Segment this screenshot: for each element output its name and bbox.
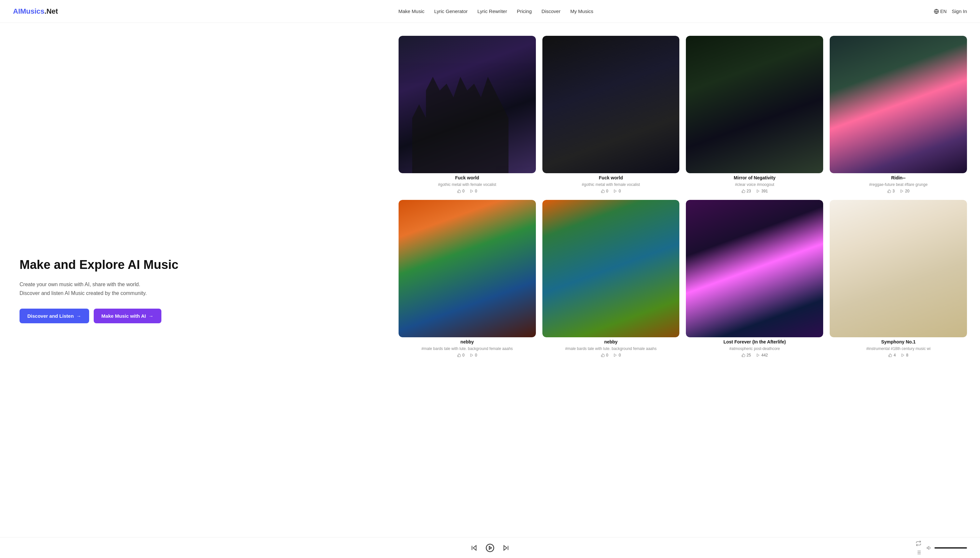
logo-colored: AIMusics — [13, 7, 44, 15]
card-likes-5: 0 — [457, 353, 465, 358]
language-button[interactable]: EN — [934, 9, 946, 14]
svg-marker-13 — [489, 546, 492, 549]
card-tags-4: #reggae-future beat #flare grunge — [829, 182, 967, 187]
skip-forward-button[interactable] — [502, 544, 509, 551]
card-tags-8: #instrumental #18th century music wi — [829, 346, 967, 351]
make-music-button[interactable]: Make Music with AI → — [94, 309, 161, 323]
sign-in-button[interactable]: Sign In — [952, 8, 967, 14]
card-plays-6: 0 — [613, 353, 621, 358]
nav-pricing[interactable]: Pricing — [517, 8, 532, 14]
volume-slider[interactable] — [934, 547, 967, 548]
nav-make-music[interactable]: Make Music — [398, 8, 424, 14]
card-tags-1: #gothic metal with female vocalist — [399, 182, 536, 187]
card-stats-1: 0 0 — [399, 189, 536, 194]
svg-marker-2 — [471, 189, 473, 192]
play-count-icon — [756, 189, 760, 193]
svg-point-12 — [486, 544, 494, 551]
card-tags-2: #gothic metal with female vocalist — [542, 182, 680, 187]
svg-marker-5 — [901, 189, 903, 192]
audio-player — [0, 537, 980, 558]
play-count-icon — [613, 189, 617, 193]
card-plays-2: 0 — [613, 189, 621, 194]
play-count-icon — [901, 353, 905, 357]
music-card-1[interactable]: Fuck world #gothic metal with female voc… — [399, 36, 536, 194]
card-plays-3: 391 — [756, 189, 768, 194]
nav-discover[interactable]: Discover — [542, 8, 560, 14]
skip-forward-icon — [502, 544, 509, 551]
music-card-8[interactable]: Symphony No.1 #instrumental #18th centur… — [829, 200, 967, 358]
svg-marker-6 — [471, 354, 473, 356]
nav-right: EN Sign In — [934, 8, 967, 14]
music-card-3[interactable]: Mirror of Negativity #clear voice #moogo… — [686, 36, 823, 194]
svg-marker-4 — [757, 189, 759, 192]
card-title-6: nebby — [542, 339, 680, 345]
card-stats-3: 23 391 — [686, 189, 823, 194]
card-likes-6: 0 — [601, 353, 609, 358]
music-card-5[interactable]: nebby #male bards tale with lute. backgr… — [399, 200, 536, 358]
play-count-icon — [470, 189, 474, 193]
player-controls — [471, 543, 509, 553]
card-stats-4: 3 20 — [829, 189, 967, 194]
card-title-4: Ridin-- — [829, 175, 967, 181]
music-card-7[interactable]: Lost Forever (In the Afterlife) #atmosph… — [686, 200, 823, 358]
card-image-6 — [542, 200, 680, 337]
site-logo[interactable]: AIMusics.Net — [13, 7, 58, 16]
playlist-button[interactable] — [916, 550, 921, 555]
like-icon — [887, 189, 891, 193]
nav-lyric-generator[interactable]: Lyric Generator — [434, 8, 468, 14]
play-button[interactable] — [486, 543, 494, 553]
nav-my-musics[interactable]: My Musics — [570, 8, 594, 14]
card-tags-5: #male bards tale with lute. background f… — [399, 346, 536, 351]
repeat-icon — [916, 540, 921, 546]
nav-lyric-rewriter[interactable]: Lyric Rewriter — [477, 8, 507, 14]
card-likes-2: 0 — [601, 189, 609, 194]
music-card-6[interactable]: nebby #male bards tale with lute. backgr… — [542, 200, 680, 358]
card-plays-4: 20 — [900, 189, 910, 194]
like-icon — [741, 189, 745, 193]
card-title-5: nebby — [399, 339, 536, 345]
card-title-2: Fuck world — [542, 175, 680, 181]
music-card-4[interactable]: Ridin-- #reggae-future beat #flare grung… — [829, 36, 967, 194]
card-stats-5: 0 0 — [399, 353, 536, 358]
discover-listen-button[interactable]: Discover and Listen → — [20, 309, 89, 323]
language-label: EN — [940, 9, 946, 14]
card-image-8 — [829, 200, 967, 337]
play-count-icon — [613, 353, 617, 357]
logo-dot: .Net — [44, 7, 58, 15]
play-icon — [486, 543, 494, 553]
card-plays-5: 0 — [470, 353, 477, 358]
card-stats-7: 25 442 — [686, 353, 823, 358]
hero-buttons: Discover and Listen → Make Music with AI… — [20, 309, 373, 323]
music-grid: Fuck world #gothic metal with female voc… — [392, 23, 980, 558]
repeat-button[interactable] — [916, 540, 921, 546]
card-plays-1: 0 — [470, 189, 477, 194]
like-icon — [601, 189, 605, 193]
card-image-7 — [686, 200, 823, 337]
card-likes-4: 3 — [887, 189, 895, 194]
card-tags-6: #male bards tale with lute. background f… — [542, 346, 680, 351]
svg-marker-9 — [902, 354, 904, 356]
card-stats-8: 4 8 — [829, 353, 967, 358]
discover-label: Discover and Listen — [27, 313, 74, 319]
card-plays-8: 8 — [901, 353, 908, 358]
player-right-controls — [916, 540, 967, 555]
like-icon — [457, 189, 461, 193]
arrow-icon: → — [77, 313, 81, 319]
play-count-icon — [470, 353, 474, 357]
like-icon — [888, 353, 892, 357]
volume-control — [927, 545, 967, 550]
like-icon — [457, 353, 461, 357]
make-music-label: Make Music with AI — [101, 313, 146, 319]
hero-title: Make and Explore AI Music — [20, 258, 373, 272]
like-icon — [741, 353, 745, 357]
music-card-2[interactable]: Fuck world #gothic metal with female voc… — [542, 36, 680, 194]
play-count-icon — [756, 353, 760, 357]
svg-marker-3 — [614, 189, 617, 192]
card-plays-7: 442 — [756, 353, 768, 358]
card-image-3 — [686, 36, 823, 173]
card-stats-6: 0 0 — [542, 353, 680, 358]
navbar: AIMusics.Net Make Music Lyric Generator … — [0, 0, 980, 23]
svg-marker-10 — [473, 545, 476, 550]
card-title-3: Mirror of Negativity — [686, 175, 823, 181]
skip-back-button[interactable] — [471, 544, 478, 551]
